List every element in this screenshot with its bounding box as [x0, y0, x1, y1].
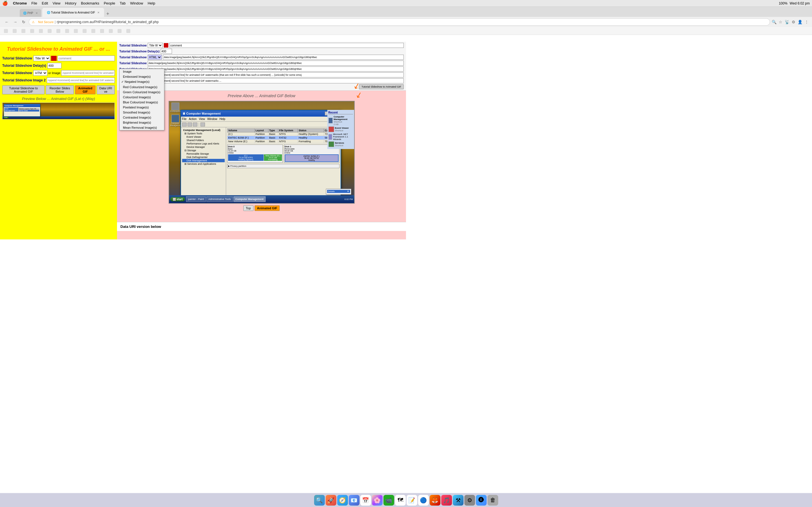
toolbar-btn-2[interactable]: [188, 122, 192, 126]
dropdown-item-mean[interactable]: Mean Removal Image(s): [119, 125, 164, 130]
dropdown-item-pixelated[interactable]: Pixelated Image(s): [119, 105, 164, 110]
win-menu-file[interactable]: File: [182, 117, 187, 121]
data-uri-button[interactable]: Data URI ve: [97, 86, 115, 94]
bookmark-12[interactable]: [98, 28, 107, 34]
animated-gif-button[interactable]: Animated GIF: [75, 86, 96, 94]
color-picker[interactable]: [51, 56, 57, 61]
start-button[interactable]: 🪟 start: [170, 197, 185, 202]
right-ts5-input[interactable]: [148, 78, 404, 83]
tree-item-defrag[interactable]: Disk Defragmenter: [182, 156, 225, 159]
toolbar-btn-1[interactable]: [182, 122, 187, 126]
window-menu[interactable]: Window: [128, 1, 145, 5]
dropdown-item-image[interactable]: Image: [119, 69, 164, 74]
bookmark-5[interactable]: [37, 28, 45, 34]
bookmark-13[interactable]: [107, 28, 115, 34]
right-delay-input[interactable]: [161, 49, 172, 54]
toolbar-btn-3[interactable]: [193, 122, 197, 126]
win-menu-help[interactable]: Help: [220, 117, 225, 121]
dropdown-item-smoothed[interactable]: Smoothed Image(s): [119, 110, 164, 115]
bookmark-11[interactable]: [90, 28, 98, 34]
image-input[interactable]: [61, 70, 115, 76]
dropdown-item-embossed[interactable]: Embossed Image(s): [119, 74, 164, 79]
details-close[interactable]: ▼: [347, 190, 349, 193]
tree-item-storage[interactable]: ⊟ Storage: [182, 149, 225, 152]
win-menu-window[interactable]: Window: [207, 117, 217, 121]
top-button[interactable]: Top: [243, 205, 253, 211]
image2-input[interactable]: [47, 77, 115, 83]
right-ts3-input[interactable]: [148, 66, 404, 71]
reload-button[interactable]: ↻: [20, 18, 27, 25]
tree-item-event[interactable]: Event Viewer: [182, 135, 225, 138]
bookmark-9[interactable]: [72, 28, 80, 34]
bookmark-15[interactable]: [124, 28, 133, 34]
back-button[interactable]: ←: [3, 18, 10, 25]
tree-item-removable[interactable]: Removable Storage: [182, 152, 225, 156]
dropdown-item-red[interactable]: Red Colourized Image(s): [119, 84, 164, 90]
comment-input[interactable]: [57, 55, 115, 61]
bookmarks-menu[interactable]: Bookmarks: [79, 1, 101, 5]
tree-item-services[interactable]: ⊞ Services and Applications: [182, 162, 225, 166]
html-select[interactable]: HTML: [33, 70, 47, 76]
bookmark-7[interactable]: [55, 28, 63, 34]
tree-item-perf[interactable]: Performance Logs and Alerts: [182, 142, 225, 145]
taskbar-item-2[interactable]: Administrative Tools: [206, 196, 233, 202]
tree-item-root[interactable]: Computer Management (Local): [182, 128, 225, 132]
right-tutorial-gif-button[interactable]: Tutorial Slideshow to Animated GIF: [359, 84, 404, 89]
right-ts2-input[interactable]: [148, 61, 404, 66]
edit-menu[interactable]: Edit: [40, 1, 50, 5]
tree-item-shared[interactable]: Shared Folders: [182, 138, 225, 142]
help-menu[interactable]: Help: [146, 1, 158, 5]
tutorial-gif-button[interactable]: Tutorial Slideshow to Animated GIF: [2, 86, 45, 94]
right-icon-4[interactable]: Services Shortcut: [328, 142, 353, 147]
dropdown-item-contrasted[interactable]: Contrasted Image(s): [119, 115, 164, 120]
dropdown-item-green[interactable]: Green Colourized Image(s): [119, 90, 164, 95]
bookmark-4[interactable]: [29, 28, 37, 34]
tab-close-active[interactable]: ✕: [97, 11, 100, 14]
bookmark-10[interactable]: [81, 28, 89, 34]
dropdown-item-colourized[interactable]: Colourized Image(s): [119, 95, 164, 100]
tab-inactive-1[interactable]: 🌐 PHP ✕: [20, 9, 41, 17]
tab-close-1[interactable]: ✕: [36, 11, 38, 15]
right-color-picker[interactable]: [164, 43, 168, 48]
right-icon-1[interactable]: Computer Management Shortcut 2 KB: [328, 115, 353, 126]
title-select[interactable]: Title W: [33, 55, 50, 61]
view-menu[interactable]: View: [50, 1, 63, 5]
right-title-select[interactable]: Title W: [148, 43, 163, 48]
tab-menu[interactable]: Tab: [117, 1, 128, 5]
file-menu[interactable]: File: [29, 1, 40, 5]
right-icon-2[interactable]: Event Viewer Shortcut: [328, 126, 353, 132]
win-menu-action[interactable]: Action: [189, 117, 197, 121]
bookmark-2[interactable]: [11, 28, 19, 34]
taskbar-item-1[interactable]: painter - Paint: [186, 196, 206, 202]
animated-gif-bottom-button[interactable]: Animated GIF: [255, 205, 280, 211]
people-menu[interactable]: People: [101, 1, 117, 5]
right-ts4-input[interactable]: [148, 72, 404, 77]
taskbar-item-3[interactable]: Computer Management: [234, 196, 266, 202]
dropdown-item-brightened[interactable]: Brightened Image(s): [119, 120, 164, 125]
table-row[interactable]: (C:)PartitionBasicNTFSHealthy (System)73…: [227, 132, 339, 136]
new-tab-button[interactable]: +: [106, 11, 109, 17]
tree-item-disk[interactable]: Disk Management: [182, 159, 225, 162]
address-bar[interactable]: ⚠ Not Secure | rjmprogramming.com.au/PHP…: [29, 18, 406, 25]
forward-button[interactable]: →: [12, 18, 18, 25]
table-row-3[interactable]: New Volume (E:)PartitionBasicNTFSFormatt…: [227, 140, 339, 144]
dropdown-item-blue[interactable]: Blue Colourized Image(s): [119, 100, 164, 105]
table-row-selected[interactable]: EMTEC B25B (F:)PartitionBasicFAT32Health…: [227, 136, 339, 140]
bookmark-14[interactable]: [116, 28, 124, 34]
right-comment-input[interactable]: [169, 43, 404, 48]
tree-item-device[interactable]: Device Manager: [182, 145, 225, 149]
bookmark-3[interactable]: [20, 28, 28, 34]
image-type-dropdown[interactable]: Image Embossed Image(s) Negated Image(s)…: [119, 69, 164, 130]
history-menu[interactable]: History: [63, 1, 79, 5]
bookmark-1[interactable]: [2, 28, 10, 34]
delay-input[interactable]: [47, 63, 61, 68]
right-image-input[interactable]: [163, 55, 404, 60]
toolbar-btn-4[interactable]: [200, 122, 205, 126]
tree-item-system[interactable]: ⊞ System Tools: [182, 132, 225, 135]
tab-active[interactable]: 🌐 Tutorial Slideshow to Animated GIF ✕: [42, 8, 104, 17]
chrome-menu[interactable]: Chrome: [11, 1, 29, 5]
reorder-button[interactable]: Reorder Slides Below: [46, 86, 73, 94]
apple-menu[interactable]: 🍎: [2, 1, 8, 6]
right-icon-3[interactable]: Microsoft .NET Framework 1.1 Wizards: [328, 133, 353, 140]
bookmark-6[interactable]: [46, 28, 54, 34]
